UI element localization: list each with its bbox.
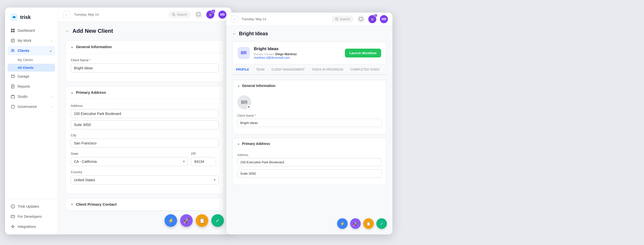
topbar-back-button[interactable]: ‹ <box>63 11 70 18</box>
svg-rect-16 <box>11 96 15 98</box>
state-select[interactable]: CA - California NY - New York TX - Texas <box>71 157 188 166</box>
profile-address2-input[interactable] <box>237 169 382 178</box>
sidebar-item-my-clients[interactable]: My Clients <box>8 56 55 64</box>
form-section-address-header[interactable]: Primary Address <box>66 86 224 99</box>
country-select[interactable]: United States Canada United Kingdom <box>71 175 219 185</box>
profile-tabs: PROFILE TEAM CLIENT MANAGEMENT TASKS IN … <box>232 65 386 75</box>
country-select-wrapper: United States Canada United Kingdom ▼ <box>71 175 219 185</box>
ai-assistant-button[interactable]: 🤖 AI <box>206 11 214 19</box>
client-name-label: Client Name * <box>71 58 219 62</box>
second-fab-lightning[interactable]: ⚡ <box>337 218 348 229</box>
tab-client-management[interactable]: CLIENT MANAGEMENT <box>268 65 308 75</box>
svg-rect-5 <box>13 31 15 32</box>
content-area: ← Add New Client General Information Cli… <box>58 22 231 234</box>
second-topbar-search[interactable]: Search <box>332 16 354 22</box>
fab-lightning-button[interactable]: ⚡ <box>165 214 177 227</box>
profile-section-general-header[interactable]: General Information <box>233 80 386 91</box>
form-section-contact-header[interactable]: Client Primary Contact <box>66 198 224 211</box>
form-section-address-body: Address City State <box>66 99 224 194</box>
svg-rect-6 <box>11 39 14 42</box>
page-back-button[interactable]: ← <box>65 29 69 33</box>
state-zip-row: State CA - California NY - New York TX -… <box>71 152 219 170</box>
tab-completed-tasks[interactable]: COMPLETED TASKS <box>347 65 383 75</box>
sidebar-item-all-clients[interactable]: All Clients <box>8 64 55 72</box>
sidebar-item-my-work[interactable]: My Work › <box>8 36 55 45</box>
my-work-icon <box>11 38 15 43</box>
form-section-general: General Information Client Name * <box>65 40 224 82</box>
sidebar-item-trisk-updates[interactable]: Trisk Updates <box>8 202 55 211</box>
avatar-edit-button[interactable]: ✏ <box>246 104 251 109</box>
sidebar: trisk Dashboard My Work › <box>5 8 58 234</box>
governance-icon <box>11 104 15 109</box>
clients-chevron: ▲ <box>49 49 52 52</box>
profile-client-name-label: Client Name * <box>237 114 382 117</box>
fab-rocket-button[interactable]: 🚀 <box>180 214 193 227</box>
second-topbar: ‹ Tuesday, May 14 Search 🤖 AI MB <box>226 13 392 26</box>
user-avatar[interactable]: MB <box>218 11 226 19</box>
second-fab-group: ⚡ 🚀 📋 ✓ <box>337 218 387 229</box>
second-page-back[interactable]: ← <box>232 32 236 36</box>
second-ai-button[interactable]: 🤖 AI <box>368 15 376 23</box>
state-select-wrapper: CA - California NY - New York TX - Texas… <box>71 157 188 166</box>
svg-rect-4 <box>11 31 13 32</box>
second-topbar-back[interactable]: ‹ <box>231 16 238 23</box>
profile-address1-input[interactable] <box>237 158 382 166</box>
sidebar-item-dashboard[interactable]: Dashboard <box>8 26 55 35</box>
form-section-general-header[interactable]: General Information <box>66 41 224 53</box>
second-fab-check[interactable]: ✓ <box>376 218 387 229</box>
page-header: ← Add New Client <box>65 28 224 34</box>
svg-point-9 <box>12 49 13 51</box>
second-fab-clipboard[interactable]: 📋 <box>363 218 374 229</box>
governance-chevron: › <box>51 105 52 108</box>
tab-workflows[interactable]: WORKFLOWS <box>383 65 386 75</box>
country-group: Country United States Canada United King… <box>71 170 219 185</box>
svg-line-26 <box>337 20 338 20</box>
svg-point-1 <box>13 16 15 18</box>
client-card-info: Bright Ideas Primary Contact: Diego Mart… <box>254 46 341 59</box>
client-name-group: Client Name * <box>71 58 219 73</box>
sidebar-item-reports[interactable]: Reports <box>8 82 55 91</box>
sidebar-item-studio[interactable]: Studio › <box>8 92 55 101</box>
address1-input[interactable] <box>71 109 219 118</box>
main-topbar: ‹ Tuesday, May 14 Search 🤖 AI MB <box>58 8 231 22</box>
tab-profile[interactable]: PROFILE <box>232 65 253 75</box>
sidebar-item-garage[interactable]: Garage <box>8 72 55 81</box>
general-collapse-icon <box>71 45 73 48</box>
form-section-address: Primary Address Address City <box>65 86 224 194</box>
dashboard-icon <box>11 28 15 33</box>
zip-input[interactable] <box>191 157 216 166</box>
profile-avatar: BR ✏ <box>237 95 251 109</box>
profile-address-label: Address <box>237 153 382 157</box>
logo-icon <box>10 13 18 21</box>
second-chat-icon[interactable] <box>357 15 365 23</box>
profile-section-address-header[interactable]: Primary Address <box>233 138 386 149</box>
profile-client-name-input[interactable] <box>237 119 382 127</box>
svg-point-25 <box>335 18 337 20</box>
profile-general-collapse <box>237 84 240 87</box>
second-user-avatar[interactable]: MB <box>380 15 388 23</box>
launch-workflow-button[interactable]: Launch Workflow <box>345 49 381 57</box>
second-fab-rocket[interactable]: 🚀 <box>350 218 361 229</box>
logo-text: trisk <box>20 14 31 20</box>
address2-input[interactable] <box>71 120 219 129</box>
tab-team[interactable]: TEAM <box>253 65 268 75</box>
tab-tasks-in-progress[interactable]: TASKS IN PROGRESS <box>308 65 347 75</box>
sidebar-item-governance[interactable]: Governance › <box>8 102 55 111</box>
studio-chevron: › <box>51 95 52 98</box>
fab-clipboard-button[interactable]: 📋 <box>196 214 208 227</box>
topbar-chat-icon[interactable] <box>195 11 202 18</box>
client-name-input[interactable] <box>71 64 219 73</box>
for-developers-icon <box>11 214 15 219</box>
client-card-email[interactable]: martinez.d@drconsult.com <box>254 56 341 59</box>
client-card-name: Bright Ideas <box>254 46 341 51</box>
clients-icon <box>11 48 15 53</box>
profile-section-address-body: Address <box>233 149 386 185</box>
sidebar-item-for-developers[interactable]: For Developers <box>8 212 55 221</box>
fab-check-button[interactable]: ✓ <box>211 214 224 227</box>
svg-point-23 <box>172 13 174 15</box>
city-input[interactable] <box>71 139 219 148</box>
topbar-search[interactable]: Search <box>169 11 191 18</box>
search-icon <box>172 13 175 16</box>
sidebar-item-integrations[interactable]: Integrations <box>8 222 55 231</box>
sidebar-item-clients[interactable]: Clients ▲ <box>8 46 55 55</box>
